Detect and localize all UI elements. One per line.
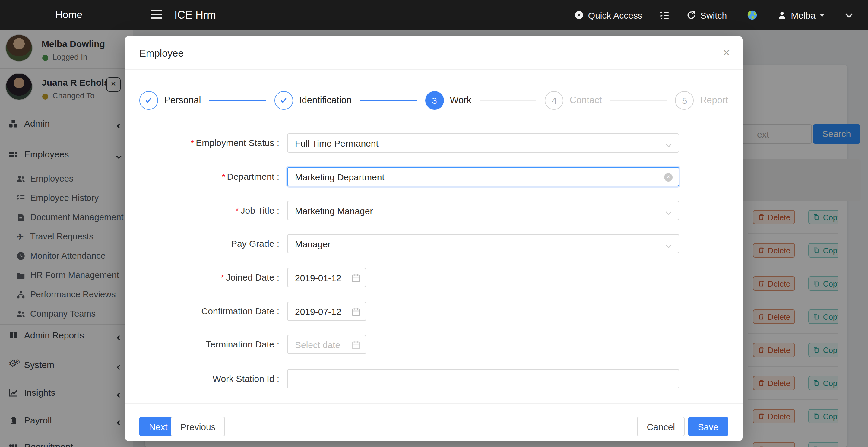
switch-icon [686, 10, 696, 20]
checklist-icon [659, 10, 670, 20]
form-row-pay-grade: Pay Grade : Manager [125, 234, 743, 254]
language-globe-button[interactable] [747, 10, 757, 21]
step-connector [209, 99, 266, 100]
switch-button[interactable]: Switch [686, 10, 727, 20]
step-identification[interactable]: Identification [275, 91, 352, 110]
chevron-down-icon [665, 141, 672, 151]
todo-list-button[interactable] [659, 10, 670, 20]
form-row-joined-date: *Joined Date : 2019-01-12 [125, 268, 743, 287]
pay-grade-select[interactable]: Manager [287, 234, 679, 254]
globe-icon [747, 10, 757, 21]
hamburger-icon[interactable] [151, 10, 162, 20]
close-icon[interactable]: ✕ [722, 47, 731, 59]
home-link[interactable]: Home [0, 0, 137, 30]
step-personal[interactable]: Personal [140, 91, 201, 110]
date-value: 2019-07-12 [295, 306, 341, 317]
employment-status-select[interactable]: Full Time Permanent [287, 133, 679, 153]
compass-icon [574, 10, 584, 20]
work-station-id-input[interactable] [287, 369, 679, 388]
clear-icon[interactable]: ✕ [664, 173, 673, 182]
field-label: Termination Date : [125, 335, 279, 354]
form-row-job-title: *Job Title : Marketing Manager [125, 201, 743, 220]
date-value: 2019-01-12 [295, 272, 341, 282]
required-asterisk: * [191, 138, 194, 148]
field-label: *Joined Date : [125, 268, 279, 287]
switch-label: Switch [700, 10, 727, 20]
field-label: *Job Title : [125, 201, 279, 220]
quick-access-button[interactable]: Quick Access [574, 10, 642, 20]
wizard-steps: Personal Identification 3 Work 4 Contact [140, 90, 728, 110]
calendar-icon [351, 340, 361, 350]
previous-button[interactable]: Previous [171, 417, 225, 436]
navbar-right-cluster: Quick Access Switch [574, 0, 854, 30]
termination-date-input[interactable]: Select date [287, 335, 366, 354]
form-row-confirmation-date: Confirmation Date : 2019-07-12 [125, 302, 743, 321]
required-asterisk: * [221, 273, 224, 282]
field-label: Confirmation Date : [125, 302, 279, 321]
divider [125, 403, 743, 404]
step-number: 3 [425, 91, 444, 110]
confirmation-date-input[interactable]: 2019-07-12 [287, 302, 366, 321]
employee-modal: Employee ✕ Personal Identification 3 Wo [125, 36, 743, 441]
step-number: 5 [675, 91, 694, 110]
step-report[interactable]: 5 Report [675, 91, 728, 110]
step-connector [360, 99, 416, 100]
field-label: *Employment Status : [125, 133, 279, 153]
user-menu[interactable]: Melba [777, 10, 825, 20]
select-value: Manager [295, 239, 331, 249]
chevron-down-icon [665, 241, 672, 251]
step-label: Work [450, 95, 471, 106]
chevron-down-icon [844, 10, 854, 20]
cancel-button[interactable]: Cancel [637, 417, 685, 436]
select-value: Marketing Department [295, 172, 384, 182]
chevron-down-icon [665, 208, 672, 218]
form-row-termination-date: Termination Date : Select date [125, 335, 743, 354]
calendar-icon [351, 273, 361, 283]
job-title-select[interactable]: Marketing Manager [287, 201, 679, 220]
step-label: Personal [164, 95, 201, 106]
modal-header: Employee ✕ [125, 36, 743, 70]
form-row-employment-status: *Employment Status : Full Time Permanent [125, 133, 743, 153]
required-asterisk: * [236, 206, 239, 215]
required-asterisk: * [222, 172, 225, 182]
user-label: Melba [791, 10, 815, 20]
quick-access-label: Quick Access [588, 10, 642, 20]
step-label: Contact [570, 95, 602, 106]
caret-down-icon [820, 13, 825, 17]
department-select[interactable]: Marketing Department ✕ [287, 167, 679, 186]
modal-title: Employee [140, 36, 184, 70]
select-value: Full Time Permanent [295, 138, 378, 148]
select-value: Marketing Manager [295, 205, 373, 216]
step-connector [610, 99, 666, 100]
field-label: Pay Grade : [125, 234, 279, 254]
divider [140, 128, 728, 128]
step-contact[interactable]: 4 Contact [545, 91, 602, 110]
form-row-work-station-id: Work Station Id : [125, 369, 743, 388]
person-icon [777, 10, 786, 20]
step-label: Identification [299, 95, 352, 106]
step-label: Report [700, 95, 728, 106]
calendar-icon [351, 307, 361, 317]
date-placeholder: Select date [295, 339, 340, 350]
step-connector [480, 99, 536, 100]
app-title[interactable]: ICE Hrm [174, 0, 216, 30]
top-navbar: Home ICE Hrm Quick Access Switch [0, 0, 868, 30]
field-label: *Department : [125, 167, 279, 186]
step-number: 4 [545, 91, 564, 110]
field-label: Work Station Id : [125, 369, 279, 388]
save-button[interactable]: Save [688, 417, 728, 436]
app-root: Home ICE Hrm Quick Access Switch [0, 0, 868, 447]
joined-date-input[interactable]: 2019-01-12 [287, 268, 366, 287]
step-check-icon [140, 91, 158, 110]
step-check-icon [275, 91, 293, 110]
form-row-department: *Department : Marketing Department ✕ [125, 167, 743, 186]
collapse-navbar-button[interactable] [844, 10, 854, 20]
step-work[interactable]: 3 Work [425, 91, 471, 110]
